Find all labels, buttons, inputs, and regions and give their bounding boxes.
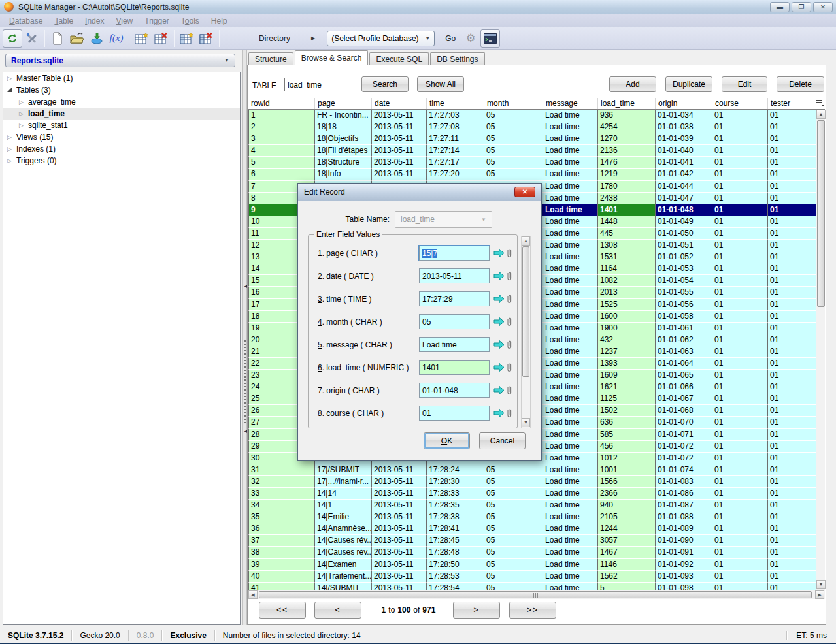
table-row[interactable]: 4014|Traitement...2013-05-1117:28:5305Lo…	[248, 571, 825, 583]
cell-course[interactable]: 01	[712, 488, 767, 500]
cell-origin[interactable]: 01-01-055	[655, 287, 712, 298]
tab-execute-sql[interactable]: Execute SQL	[369, 52, 429, 65]
table-row[interactable]: 1FR - Incontin...2013-05-1117:27:0305Loa…	[248, 110, 825, 121]
cell-load_time[interactable]: 1525	[597, 299, 655, 311]
field-input[interactable]: 17:27:29	[419, 291, 490, 306]
cell-origin[interactable]: 01-01-090	[655, 535, 712, 547]
cell-rowid[interactable]: 3	[248, 133, 314, 145]
cell-message[interactable]: Load time	[543, 263, 597, 275]
cell-date[interactable]: 2013-05-11	[371, 511, 426, 523]
column-header-tester[interactable]: tester	[767, 98, 814, 109]
column-header-origin[interactable]: origin	[655, 98, 712, 109]
field-input[interactable]: 2013-05-11	[419, 268, 490, 283]
twisty-collapsed-icon[interactable]: ▷	[19, 110, 28, 117]
cell-course[interactable]: 01	[712, 500, 767, 511]
cell-origin[interactable]: 01-01-083	[655, 476, 712, 488]
tree-item-triggers[interactable]: ▷Triggers (0)	[3, 155, 240, 167]
cell-page[interactable]: 14|Anamnèse...	[314, 523, 371, 535]
cell-load_time[interactable]: 940	[597, 500, 655, 511]
cell-time[interactable]: 17:28:54	[426, 583, 484, 590]
cell-load_time[interactable]: 1164	[597, 263, 655, 275]
field-input[interactable]: 05	[419, 314, 490, 329]
cell-course[interactable]: 01	[712, 334, 767, 346]
cell-page[interactable]: 14|Examen	[314, 559, 371, 571]
cell-message[interactable]: Load time	[543, 251, 597, 263]
scroll-up-icon[interactable]: ▲	[816, 110, 826, 119]
table-row[interactable]: 3614|Anamnèse...2013-05-1117:28:4105Load…	[248, 523, 825, 535]
cell-month[interactable]: 05	[484, 571, 543, 583]
field-input[interactable]: 01-01-048	[419, 383, 490, 398]
table-name-dropdown[interactable]: load_time ▼	[395, 211, 492, 228]
cell-load_time[interactable]: 1125	[597, 393, 655, 405]
cell-date[interactable]: 2013-05-11	[371, 488, 426, 500]
cell-load_time[interactable]: 1900	[597, 323, 655, 334]
cell-time[interactable]: 17:28:38	[426, 511, 484, 523]
cell-message[interactable]: Load time	[543, 193, 597, 204]
tab-structure[interactable]: Structure	[248, 52, 293, 65]
cell-origin[interactable]: 01-01-048	[655, 204, 712, 216]
cell-message[interactable]: Load time	[543, 216, 597, 228]
cell-load_time[interactable]: 1393	[597, 358, 655, 370]
cell-time[interactable]: 17:28:35	[426, 500, 484, 511]
cell-course[interactable]: 01	[712, 204, 767, 216]
table-row[interactable]: 3217|...//inami-r...2013-05-1117:28:3005…	[248, 476, 825, 488]
table-row[interactable]: 318|Objectifs2013-05-1117:27:1105Load ti…	[248, 133, 825, 145]
scrollbar-thumb[interactable]	[817, 120, 825, 307]
cell-course[interactable]: 01	[712, 429, 767, 441]
scroll-right-icon[interactable]: ▶	[815, 590, 824, 599]
menu-item-help[interactable]: Help	[206, 15, 233, 27]
cell-rowid[interactable]: 4	[248, 145, 314, 157]
cell-origin[interactable]: 01-01-064	[655, 358, 712, 370]
cell-origin[interactable]: 01-01-091	[655, 547, 712, 558]
drop-table-button[interactable]	[152, 29, 171, 48]
connect-database-button[interactable]	[67, 29, 87, 48]
cell-origin[interactable]: 01-01-039	[655, 133, 712, 145]
cell-origin[interactable]: 01-01-067	[655, 393, 712, 405]
refresh-button[interactable]	[3, 29, 22, 48]
cell-course[interactable]: 01	[712, 476, 767, 488]
table-name-input[interactable]	[284, 78, 356, 91]
cell-load_time[interactable]: 585	[597, 429, 655, 441]
cell-page[interactable]: 18|Fil d'étapes	[314, 145, 371, 157]
cell-page[interactable]: 18|Info	[314, 169, 371, 180]
cell-time[interactable]: 17:28:48	[426, 547, 484, 558]
horizontal-scrollbar[interactable]: ◀ ▶	[248, 590, 825, 599]
cell-origin[interactable]: 01-01-047	[655, 193, 712, 204]
cell-load_time[interactable]: 1531	[597, 251, 655, 263]
cell-rowid[interactable]: 5	[248, 157, 314, 169]
cell-course[interactable]: 01	[712, 263, 767, 275]
cell-origin[interactable]: 01-01-089	[655, 523, 712, 535]
cell-time[interactable]: 17:27:20	[426, 169, 484, 180]
cell-load_time[interactable]: 1308	[597, 240, 655, 251]
field-input[interactable]: Load time	[419, 337, 490, 352]
cell-date[interactable]: 2013-05-11	[371, 547, 426, 558]
delete-button[interactable]: Delete	[777, 76, 824, 92]
cell-load_time[interactable]: 1001	[597, 464, 655, 476]
cell-date[interactable]: 2013-05-11	[371, 583, 426, 590]
cell-message[interactable]: Load time	[543, 121, 597, 133]
cell-page[interactable]: 14|Causes rév...	[314, 547, 371, 558]
column-header-message[interactable]: message	[543, 98, 597, 109]
next-page-button[interactable]: >	[453, 602, 500, 619]
column-header-date[interactable]: date	[371, 98, 426, 109]
cell-message[interactable]: Load time	[543, 523, 597, 535]
cell-load_time[interactable]: 1012	[597, 453, 655, 464]
cell-month[interactable]: 05	[484, 157, 543, 169]
cell-date[interactable]: 2013-05-11	[371, 121, 426, 133]
cell-course[interactable]: 01	[712, 405, 767, 417]
console-button[interactable]	[480, 29, 500, 48]
cell-load_time[interactable]: 2438	[597, 193, 655, 204]
cell-course[interactable]: 01	[712, 216, 767, 228]
cell-load_time[interactable]: 445	[597, 228, 655, 240]
cell-time[interactable]: 17:27:17	[426, 157, 484, 169]
cell-origin[interactable]: 01-01-070	[655, 417, 712, 428]
cell-message[interactable]: Load time	[543, 559, 597, 571]
column-header-month[interactable]: month	[484, 98, 543, 109]
cell-message[interactable]: Load time	[543, 417, 597, 428]
cell-month[interactable]: 05	[484, 535, 543, 547]
cell-origin[interactable]: 01-01-049	[655, 216, 712, 228]
cell-rowid[interactable]: 38	[248, 547, 314, 558]
new-database-button[interactable]	[48, 29, 67, 48]
cell-month[interactable]: 05	[484, 110, 543, 121]
cell-time[interactable]: 17:27:03	[426, 110, 484, 121]
